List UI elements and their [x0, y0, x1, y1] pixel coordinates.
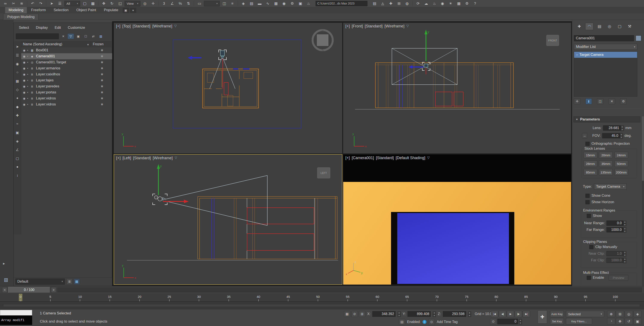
- visibility-eye-icon[interactable]: ◉: [23, 103, 25, 106]
- visibility-eye-icon[interactable]: ◉: [23, 85, 25, 88]
- make-unique-icon[interactable]: ◫: [597, 98, 604, 104]
- modify-tab-icon[interactable]: ◠: [585, 23, 594, 30]
- frozen-snowflake-icon[interactable]: ✱: [101, 103, 103, 106]
- rectangular-selection-region-icon[interactable]: ▢: [81, 1, 88, 7]
- z-spinner[interactable]: ▲▼: [468, 311, 471, 316]
- clip-manually-checkbox[interactable]: [589, 245, 594, 249]
- explorer-row-box001[interactable]: ◉●▦Box001✱: [21, 47, 112, 53]
- stock-lens-50mm-button[interactable]: 50mm: [614, 160, 628, 167]
- y-coordinate-field[interactable]: 899.408: [408, 311, 431, 317]
- new-scene-icon[interactable]: ✚: [387, 1, 394, 7]
- display-xrefs-icon[interactable]: ◈: [14, 138, 20, 144]
- set-keys-button[interactable]: ✚: [538, 310, 547, 324]
- object-name[interactable]: Box001: [36, 48, 48, 52]
- angle-snap-icon[interactable]: ∠: [168, 1, 176, 7]
- display-cameras-icon[interactable]: ◆: [14, 103, 20, 110]
- key-filters-button[interactable]: Key Filters...: [566, 318, 592, 324]
- named-selection-dropdown[interactable]: ▾: [204, 1, 220, 7]
- fov-spinner[interactable]: ▲▼: [620, 133, 623, 138]
- render-production-icon[interactable]: ♨: [431, 1, 438, 7]
- stock-lens-15mm-button[interactable]: 15mm: [584, 152, 597, 158]
- next-frame-arrow[interactable]: >: [51, 287, 56, 293]
- viewport-view-menu[interactable]: [Front]: [352, 24, 363, 29]
- help-icon[interactable]: ?: [472, 1, 479, 7]
- select-none-icon[interactable]: ☐: [82, 34, 89, 39]
- ribbon-minimize-icon[interactable]: ▾: [130, 8, 136, 13]
- show-end-result-icon[interactable]: ‖: [586, 98, 592, 104]
- render-toggle-icon[interactable]: ●: [27, 97, 28, 99]
- material-override-icon[interactable]: ◉: [439, 1, 446, 7]
- viewport-menu-plus[interactable]: [+]: [116, 156, 121, 160]
- display-shapes-icon[interactable]: ◇: [14, 86, 20, 93]
- frozen-snowflake-icon[interactable]: ✱: [101, 49, 103, 52]
- curve-editor-icon[interactable]: ∿: [264, 1, 272, 7]
- render-toggle-icon[interactable]: ●: [27, 67, 28, 69]
- column-chooser-icon[interactable]: ▥: [98, 34, 104, 39]
- explorer-row-layer-vidros[interactable]: ◉●≣Layer:vidros✱: [21, 101, 112, 107]
- toggle-layer-explorer-icon[interactable]: ▤: [248, 1, 255, 7]
- object-name[interactable]: Layer:caixilhos: [36, 72, 60, 76]
- reference-coordinate-dropdown[interactable]: View▾: [124, 1, 140, 7]
- zoom-icon[interactable]: ⊕: [607, 311, 615, 317]
- x-coordinate-field[interactable]: 348.392: [372, 311, 396, 317]
- settings-gear-icon[interactable]: ⚙: [463, 1, 470, 7]
- viewport-shading-menu[interactable]: [Wireframe]: [152, 24, 172, 29]
- time-slider-handle[interactable]: 0 / 100: [8, 287, 50, 293]
- utilities-tab-icon[interactable]: ⚒: [626, 23, 634, 30]
- display-containers-icon[interactable]: ▢: [14, 155, 20, 161]
- schematic-view-icon[interactable]: ▦: [272, 1, 280, 7]
- viewport-menu-plus[interactable]: [+]: [116, 24, 120, 29]
- select-and-rotate-icon[interactable]: ↻: [108, 1, 116, 7]
- viewport-menu-plus[interactable]: [+]: [345, 156, 350, 160]
- render-icon[interactable]: ♨: [305, 1, 312, 7]
- render-toggle-icon[interactable]: ●: [27, 61, 28, 63]
- frozen-snowflake-icon[interactable]: ✱: [101, 79, 103, 82]
- previous-frame-arrow[interactable]: <: [2, 287, 7, 293]
- render-toggle-icon[interactable]: ●: [27, 103, 28, 105]
- select-and-move-icon[interactable]: ✥: [100, 1, 108, 7]
- render-toggle-icon[interactable]: ●: [27, 85, 28, 87]
- clear-search-icon[interactable]: ✕: [60, 34, 66, 39]
- ribbon-tab-object-paint[interactable]: Object Paint: [73, 7, 100, 13]
- next-frame-button[interactable]: |▶: [515, 311, 522, 317]
- preview-button[interactable]: Preview: [609, 275, 628, 281]
- viewport-style-menu[interactable]: [Standard]: [133, 156, 151, 160]
- object-name[interactable]: Layer:armarios: [36, 66, 60, 70]
- enable-checkbox[interactable]: [587, 276, 591, 280]
- material-editor-icon[interactable]: ◉: [280, 1, 288, 7]
- transform-gizmo-icon[interactable]: ▦: [344, 311, 350, 317]
- orbit-icon[interactable]: ↺: [625, 318, 633, 324]
- info-icon[interactable]: i: [422, 320, 426, 324]
- layer-grid-icon[interactable]: ▦: [455, 1, 462, 7]
- find-icon[interactable]: ☰: [14, 52, 20, 58]
- sync-selection-icon[interactable]: ⇄: [90, 34, 96, 39]
- visibility-eye-icon[interactable]: ◉: [23, 73, 25, 76]
- explorer-row-layer-lajes[interactable]: ◉●≣Layer:lajes✱: [21, 77, 112, 83]
- fov-field[interactable]: 45.0: [602, 133, 620, 138]
- stock-lens-20mm-button[interactable]: 20mm: [599, 152, 613, 158]
- add-time-tag-label[interactable]: Add Time Tag: [437, 320, 458, 324]
- parameters-rollout-header[interactable]: ▼ Parameters: [574, 116, 640, 122]
- field-of-view-icon[interactable]: ◔: [607, 318, 615, 324]
- frozen-snowflake-icon[interactable]: ✱: [101, 61, 103, 64]
- stack-item-target-camera[interactable]: ○ Target Camera: [574, 52, 637, 58]
- ribbon-tab-populate[interactable]: Populate: [100, 7, 122, 13]
- visibility-eye-icon[interactable]: ◉: [23, 55, 25, 58]
- mirror-icon[interactable]: ◫: [220, 1, 228, 7]
- key-mode-toggle-icon[interactable]: ⊙: [490, 318, 496, 324]
- orthographic-checkbox[interactable]: [586, 142, 590, 146]
- display-helpers-icon[interactable]: ✚: [14, 112, 20, 118]
- configure-modifier-sets-icon[interactable]: ⚙: [620, 98, 627, 104]
- motion-tab-icon[interactable]: ◎: [606, 23, 614, 30]
- pan-icon[interactable]: ✥: [616, 318, 624, 324]
- align-icon[interactable]: ≡: [229, 1, 236, 7]
- sort-ascending-icon[interactable]: ▲: [87, 43, 89, 46]
- viewport-shading-menu[interactable]: [Wireframe]: [384, 24, 404, 29]
- current-frame-field[interactable]: 0: [497, 319, 518, 324]
- zoom-all-icon[interactable]: ⊞: [616, 311, 624, 317]
- create-tab-icon[interactable]: ✚: [575, 23, 583, 30]
- explorer-preset-dropdown[interactable]: Default ▾: [16, 278, 65, 284]
- viewport-view-menu[interactable]: [Top]: [122, 24, 131, 29]
- go-to-end-button[interactable]: ▶|: [523, 311, 530, 317]
- set-key-button[interactable]: Set Key: [550, 318, 564, 324]
